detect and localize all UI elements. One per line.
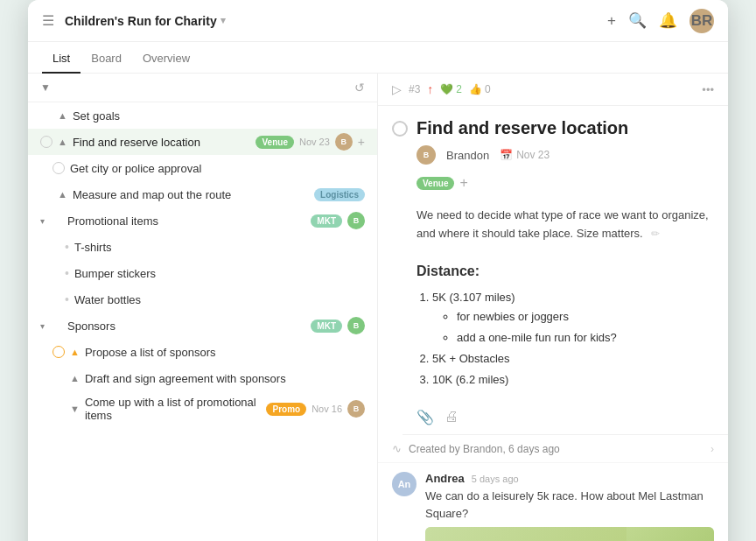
detail-topbar: ▷ #3 ↑ 💚 2 👍 0 ••• <box>378 74 728 106</box>
avatar: B <box>347 212 365 229</box>
arrow-up-icon[interactable]: ▲ <box>58 137 67 147</box>
list-item[interactable]: ▲ Draft and sign agreement with sponsors <box>28 365 377 391</box>
main-content: ▼ ↺ ▲ Set goals ▲ Find and reserve locat… <box>28 74 728 541</box>
comment-author: Andrea <box>425 472 465 485</box>
nav-tabs: List Board Overview <box>28 42 728 74</box>
list-item[interactable]: ▲ Set goals <box>28 102 377 129</box>
arrow-down-icon[interactable]: ▼ <box>70 404 80 414</box>
comment-section: An Andrea 5 days ago We can do a leisure… <box>378 463 728 541</box>
task-title: Sponsors <box>67 320 305 333</box>
list-item[interactable]: ▲ Find and reserve location Venue Nov 23… <box>28 129 377 155</box>
list-item[interactable]: ▾ Sponsors MKT B <box>28 313 377 339</box>
expand-icon[interactable]: ▷ <box>392 82 402 96</box>
search-icon[interactable]: 🔍 <box>628 11 647 30</box>
activity-row[interactable]: ∿ Created by Brandon, 6 days ago › <box>378 435 728 463</box>
top-bar: ☰ Children's Run for Charity ▾ + 🔍 🔔 BR <box>28 0 728 42</box>
comment-time: 5 days ago <box>472 474 519 484</box>
task-title: Water bottles <box>74 293 365 306</box>
map-left: erdale lle School <box>425 527 626 541</box>
project-title: Children's Run for Charity ▾ <box>65 14 226 28</box>
add-subtask-icon[interactable]: + <box>358 135 365 149</box>
list-item: 5K + Obstacles <box>432 349 714 369</box>
detail-content: Distance: 5K (3.107 miles) for newbies o… <box>378 250 728 401</box>
avatar[interactable]: BR <box>690 9 714 33</box>
task-title: Promotional items <box>67 214 305 228</box>
filter-icon: ▼ <box>40 81 51 94</box>
list-item[interactable]: Get city or police approval <box>28 155 377 181</box>
list-item[interactable]: • Water bottles <box>28 286 377 313</box>
detail-task-checkbox[interactable] <box>392 121 408 137</box>
right-panel: ▷ #3 ↑ 💚 2 👍 0 ••• Find and reserve loca… <box>378 74 728 541</box>
tag-venue: Venue <box>256 136 293 149</box>
list-item[interactable]: ▼ Come up with a list of promotional ite… <box>28 391 377 426</box>
comment-body: Andrea 5 days ago We can do a leisurely … <box>425 472 714 541</box>
tag-mkt: MKT <box>311 214 342 228</box>
task-title: Bumper stickers <box>74 267 365 280</box>
list-item[interactable]: • Bumper stickers <box>28 260 377 286</box>
calendar-icon: 📅 <box>500 149 513 161</box>
detail-task-title: Find and reserve location <box>416 118 628 138</box>
arrow-up-icon[interactable]: ▲ <box>58 189 67 200</box>
due-date[interactable]: 📅 Nov 23 <box>500 149 550 161</box>
edit-icon[interactable]: ✏ <box>651 228 660 240</box>
more-options-icon[interactable]: ••• <box>702 83 714 96</box>
task-checkbox[interactable] <box>52 162 65 174</box>
tab-board[interactable]: Board <box>80 45 132 74</box>
tab-overview[interactable]: Overview <box>132 45 200 74</box>
task-title: Propose a list of sponsors <box>85 346 365 359</box>
task-title: T-shirts <box>74 241 365 254</box>
app-window: ☰ Children's Run for Charity ▾ + 🔍 🔔 BR … <box>28 0 728 541</box>
list-item[interactable]: • T-shirts <box>28 234 377 260</box>
task-date: Nov 23 <box>299 137 330 147</box>
content-title: Distance: <box>416 259 714 283</box>
detail-tags: Venue + <box>378 172 728 200</box>
task-checkbox[interactable] <box>40 136 52 148</box>
activity-icon: ∿ <box>392 442 402 455</box>
list-item[interactable]: ▲ Measure and map out the route Logistic… <box>28 181 377 207</box>
heart-count: 💚 2 <box>440 83 462 95</box>
detail-meta: B Brandon 📅 Nov 23 <box>378 145 728 172</box>
list-item[interactable]: ▲ Propose a list of sponsors <box>28 339 377 365</box>
task-title: Find and reserve location <box>73 136 251 149</box>
left-panel: ▼ ↺ ▲ Set goals ▲ Find and reserve locat… <box>28 74 378 541</box>
comment-text: We can do a leisurely 5k race. How about… <box>425 488 714 522</box>
filter-button[interactable]: ▼ <box>40 81 51 94</box>
list-item[interactable]: ▾ Promotional items MKT B <box>28 207 377 234</box>
chevron-down-icon[interactable]: ▾ <box>220 15 226 26</box>
task-checkbox[interactable] <box>52 346 65 358</box>
thumb-icon: 👍 <box>469 83 482 95</box>
bell-icon[interactable]: 🔔 <box>659 11 677 30</box>
assignee-name[interactable]: Brandon <box>446 149 489 162</box>
map-right: Earl Haig Secondary School <box>626 527 714 541</box>
collapse-icon[interactable]: ▾ <box>40 321 45 331</box>
task-date: Nov 16 <box>312 404 342 414</box>
description-text: We need to decide what type of race we w… <box>416 208 709 240</box>
hamburger-icon[interactable]: ☰ <box>42 12 54 29</box>
content-list: 5K (3.107 miles) for newbies or joggers … <box>416 288 714 390</box>
tag-logistics: Logistics <box>314 188 365 201</box>
top-actions: + 🔍 🔔 BR <box>607 9 714 33</box>
undo-button[interactable]: ↺ <box>354 81 365 95</box>
priority-up-icon[interactable]: ↑ <box>427 82 433 96</box>
sub-list: for newbies or joggers add a one-mile fu… <box>432 307 714 348</box>
attachment-icon[interactable]: 📎 <box>416 409 434 425</box>
collapse-icon[interactable]: ▾ <box>40 216 45 226</box>
bullet-icon: • <box>65 292 69 306</box>
list-item: 10K (6.2 miles) <box>432 370 714 390</box>
list-item: 5K (3.107 miles) for newbies or joggers … <box>432 288 714 348</box>
detail-description: We need to decide what type of race we w… <box>378 200 728 250</box>
add-icon[interactable]: + <box>607 12 616 30</box>
list-toolbar: ▼ ↺ <box>28 74 377 102</box>
add-tag-icon[interactable]: + <box>459 175 467 191</box>
arrow-up-icon[interactable]: ▲ <box>70 373 80 383</box>
assignee-avatar: B <box>416 145 436 165</box>
comment-header: Andrea 5 days ago <box>425 472 714 485</box>
tag-mkt: MKT <box>311 320 342 333</box>
print-icon[interactable]: 🖨 <box>444 409 458 425</box>
tab-list[interactable]: List <box>42 45 80 74</box>
detail-actions: 📎 🖨 <box>402 400 728 435</box>
arrow-up-icon[interactable]: ▲ <box>70 347 80 357</box>
arrow-up-icon[interactable]: ▲ <box>58 110 67 121</box>
task-title: Draft and sign agreement with sponsors <box>85 372 365 385</box>
bullet-icon: • <box>65 240 69 254</box>
